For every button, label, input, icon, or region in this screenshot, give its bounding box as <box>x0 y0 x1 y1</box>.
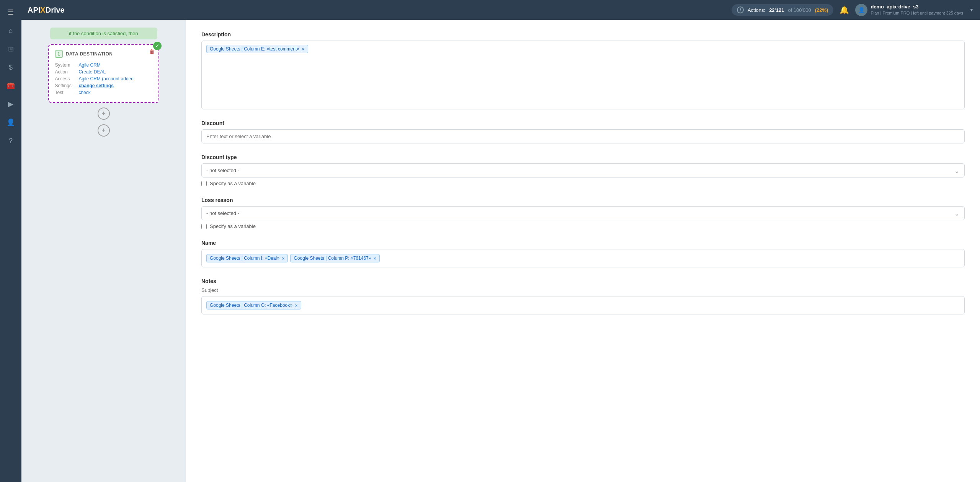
card-label-action: Action <box>55 69 77 75</box>
actions-count: 22'121 <box>769 7 784 13</box>
notes-tag-1-close[interactable]: × <box>295 303 298 308</box>
card-row-access: Access Agile CRM (account added <box>55 76 152 81</box>
loss-reason-checkbox-label: Specify as a variable <box>210 223 256 229</box>
discount-type-select[interactable]: - not selected - <box>201 163 965 177</box>
description-tag-1-text: Google Sheets | Column E: «test comment» <box>210 46 299 52</box>
description-tag-1-close[interactable]: × <box>302 47 305 52</box>
discount-type-checkbox-label: Specify as a variable <box>210 181 256 186</box>
notes-section: Notes Subject Google Sheets | Column O: … <box>201 278 965 314</box>
card-row-system: System Agile CRM <box>55 62 152 68</box>
name-tag-2-close[interactable]: × <box>373 256 376 261</box>
top-header: APIXDrive i Actions: 22'121 of 100'000 (… <box>21 0 980 20</box>
notes-label: Notes <box>201 278 965 284</box>
description-section: Description Google Sheets | Column E: «t… <box>201 31 965 109</box>
loss-reason-checkbox-row: Specify as a variable <box>201 223 965 229</box>
notes-tag-1: Google Sheets | Column O: «Facebook» × <box>206 301 301 309</box>
name-tag-2-text: Google Sheets | Column P: «761467» <box>294 256 371 261</box>
card-number: 1 <box>55 50 63 58</box>
chevron-down-icon[interactable]: ▼ <box>969 7 974 13</box>
name-tag-1-text: Google Sheets | Column I: «Deal» <box>210 256 279 261</box>
description-label: Description <box>201 31 965 37</box>
name-label: Name <box>201 240 965 246</box>
notes-input-box[interactable]: Google Sheets | Column O: «Facebook» × <box>201 296 965 314</box>
notes-sub-label: Subject <box>201 287 965 293</box>
sidebar-item-home[interactable]: ⌂ <box>3 23 18 38</box>
avatar: 👤 <box>855 4 867 16</box>
bell-icon[interactable]: 🔔 <box>840 5 849 15</box>
discount-type-label: Discount type <box>201 154 965 160</box>
card-value-access: Agile CRM (account added <box>79 76 134 81</box>
right-panel: Description Google Sheets | Column E: «t… <box>186 20 980 482</box>
discount-section: Discount <box>201 120 965 143</box>
sidebar: ☰ ⌂ ⊞ $ 🧰 ▶ 👤 ? <box>0 0 21 482</box>
card-label-access: Access <box>55 76 77 81</box>
add-circle-1[interactable]: + <box>98 107 110 120</box>
logo: APIXDrive <box>28 6 65 15</box>
actions-label: Actions: <box>748 7 765 13</box>
delete-icon[interactable]: 🗑 <box>149 49 155 55</box>
card-label-test: Test <box>55 90 77 95</box>
condition-banner: if the condition is satisfied, then <box>50 28 157 39</box>
user-area: 👤 demo_apix-drive_s3 Plan | Premium PRO … <box>855 4 974 16</box>
name-tag-1-close[interactable]: × <box>282 256 285 261</box>
canvas-panel: if the condition is satisfied, then ✓ 🗑 … <box>21 20 186 482</box>
card-title: DATA DESTINATION <box>66 51 113 57</box>
actions-pct: (22%) <box>815 7 828 13</box>
loss-reason-select-wrapper: - not selected - <box>201 206 965 220</box>
discount-type-section: Discount type - not selected - Specify a… <box>201 154 965 186</box>
description-tag-1: Google Sheets | Column E: «test comment»… <box>206 45 308 53</box>
card-value-action: Create DEAL <box>79 69 106 75</box>
loss-reason-section: Loss reason - not selected - Specify as … <box>201 197 965 229</box>
discount-type-checkbox[interactable] <box>201 181 207 186</box>
name-section: Name Google Sheets | Column I: «Deal» × … <box>201 240 965 267</box>
add-circle-2[interactable]: + <box>98 124 110 137</box>
loss-reason-label: Loss reason <box>201 197 965 203</box>
destination-card: ✓ 🗑 1 DATA DESTINATION System Agile CRM … <box>48 44 159 103</box>
card-row-settings: Settings change settings <box>55 83 152 88</box>
card-label-settings: Settings <box>55 83 77 88</box>
user-plan: Plan | Premium PRO | left until payment … <box>871 10 963 16</box>
name-tag-1: Google Sheets | Column I: «Deal» × <box>206 254 288 262</box>
sidebar-item-menu[interactable]: ☰ <box>3 5 18 20</box>
card-label-system: System <box>55 62 77 68</box>
name-input-box[interactable]: Google Sheets | Column I: «Deal» × Googl… <box>201 249 965 267</box>
sidebar-item-tools[interactable]: 🧰 <box>3 78 18 93</box>
card-row-test: Test check <box>55 90 152 95</box>
user-name: demo_apix-drive_s3 <box>871 4 963 10</box>
card-value-system: Agile CRM <box>79 62 101 68</box>
actions-badge: i Actions: 22'121 of 100'000 (22%) <box>732 4 834 16</box>
sidebar-item-play[interactable]: ▶ <box>3 96 18 112</box>
discount-input[interactable] <box>201 129 965 143</box>
sidebar-item-user[interactable]: 👤 <box>3 115 18 130</box>
discount-type-checkbox-row: Specify as a variable <box>201 181 965 186</box>
sidebar-item-billing[interactable]: $ <box>3 60 18 75</box>
discount-label: Discount <box>201 120 965 126</box>
sidebar-item-help[interactable]: ? <box>3 133 18 148</box>
notes-tag-1-text: Google Sheets | Column O: «Facebook» <box>210 303 292 308</box>
description-input-box[interactable]: Google Sheets | Column E: «test comment»… <box>201 41 965 109</box>
card-value-settings[interactable]: change settings <box>79 83 114 88</box>
info-icon: i <box>737 7 744 13</box>
loss-reason-select[interactable]: - not selected - <box>201 206 965 220</box>
sidebar-item-grid[interactable]: ⊞ <box>3 41 18 57</box>
name-tag-2: Google Sheets | Column P: «761467» × <box>290 254 380 262</box>
card-row-action: Action Create DEAL <box>55 69 152 75</box>
loss-reason-checkbox[interactable] <box>201 224 207 229</box>
discount-type-select-wrapper: - not selected - <box>201 163 965 177</box>
card-value-test: check <box>79 90 91 95</box>
actions-of: of 100'000 <box>788 7 811 13</box>
